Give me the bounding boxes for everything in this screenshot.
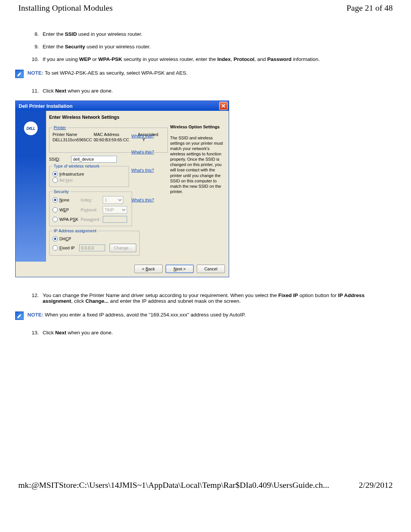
dialog-titlebar[interactable]: Dell Printer Installation — [16, 101, 229, 111]
close-button[interactable] — [219, 102, 228, 110]
password-input — [103, 216, 127, 223]
step-text: Enter the Security used in your wireless… — [43, 44, 151, 50]
index-select: 1 — [103, 196, 123, 204]
help-body: The SSID and wireless settings on your p… — [170, 135, 225, 194]
protocol-select: TKIP — [103, 206, 127, 214]
fixed-ip-input — [79, 244, 105, 251]
index-label: Index: — [81, 198, 103, 202]
radio-empty-icon — [53, 177, 58, 183]
col-mac-address: MAC Address — [94, 132, 135, 137]
note-text: NOTE: When you enter a fixed IP address,… — [27, 312, 245, 318]
security-legend: Security — [53, 189, 70, 194]
step-number: 9. — [30, 44, 39, 50]
step-number: 8. — [30, 31, 39, 37]
radio-dhcp[interactable]: DHCP — [53, 236, 79, 241]
whats-this-link[interactable]: What's this? — [131, 150, 159, 154]
whats-this-link[interactable]: What's this? — [131, 198, 159, 202]
password-label: Password : — [81, 217, 103, 222]
note-icon — [15, 312, 24, 320]
step-text: If you are using WEP or WPA-PSK security… — [43, 56, 320, 62]
radio-none[interactable]: None — [53, 197, 81, 203]
val-printer-name: DELL3115cn5965CC — [53, 137, 91, 142]
step-number: 11. — [30, 88, 39, 94]
dell-logo: D¢LL — [24, 121, 38, 135]
help-title: Wireless Option Settings — [170, 125, 225, 129]
radio-dot-icon — [53, 236, 58, 241]
step-number: 13. — [30, 330, 39, 335]
step-text: You can change the Printer Name and driv… — [43, 292, 378, 304]
step-number: 10. — [30, 56, 39, 62]
ip-fieldset: IP Address assignment DHCP — [49, 228, 140, 256]
step-text: Enter the SSID used in your wireless rou… — [43, 31, 142, 37]
printer-legend: Printer — [53, 125, 67, 130]
dialog-heading: Enter Wireless Network Settings — [49, 115, 165, 120]
whats-this-link[interactable]: What's this? — [131, 134, 159, 138]
protocol-label: Protocol: — [81, 208, 103, 212]
radio-wep[interactable]: WEP — [53, 207, 81, 212]
back-button[interactable]: < Back — [134, 265, 162, 273]
radio-empty-icon — [53, 217, 58, 222]
radio-empty-icon — [53, 207, 58, 212]
ip-legend: IP Address assignment — [53, 228, 97, 233]
cancel-button[interactable]: Cancel — [197, 265, 225, 273]
dialog-title: Dell Printer Installation — [19, 103, 73, 109]
footer-path: mk:@MSITStore:C:\Users\14JMIS~1\AppData\… — [18, 480, 329, 490]
page-number: Page 21 of 48 — [346, 3, 393, 13]
radio-adhoc: Ad Hoc — [53, 177, 126, 183]
page-title: Installing Optional Modules — [18, 3, 113, 13]
val-mac-address: 00:60:B3:59:65:CC — [94, 137, 135, 142]
ssid-label: SSID: — [49, 157, 69, 161]
col-printer-name: Printer Name — [53, 132, 91, 137]
note-icon — [15, 70, 24, 78]
radio-empty-icon — [53, 245, 58, 251]
radio-wpa-psk[interactable]: WPA-PSK — [53, 217, 81, 222]
footer-date: 2/29/2012 — [359, 480, 393, 490]
radio-infrastructure[interactable]: Infrastructure — [53, 171, 126, 177]
next-button[interactable]: Next > — [166, 265, 194, 273]
radio-fixed-ip[interactable]: Fixed IP — [53, 245, 79, 251]
whats-this-link[interactable]: What's this? — [131, 168, 159, 173]
step-number: 12. — [30, 292, 39, 304]
step-text: Click Next when you are done. — [43, 88, 113, 94]
dialog-left-rail: D¢LL — [16, 111, 46, 262]
radio-dot-icon — [53, 197, 58, 203]
note-text: NOTE: To set WPA2-PSK-AES as security, s… — [27, 70, 188, 76]
network-type-legend: Type of wireless network — [53, 164, 100, 168]
installer-dialog: Dell Printer Installation D¢LL Enter Wir… — [15, 101, 229, 277]
ssid-input[interactable] — [71, 156, 117, 163]
network-type-fieldset: Type of wireless network Infrastructure … — [49, 164, 129, 187]
radio-dot-icon — [53, 171, 58, 177]
security-fieldset: Security None Index: 1 — [49, 189, 132, 226]
step-text: Click Next when you are done. — [43, 330, 113, 335]
help-panel: Wireless Option Settings The SSID and wi… — [168, 111, 229, 262]
